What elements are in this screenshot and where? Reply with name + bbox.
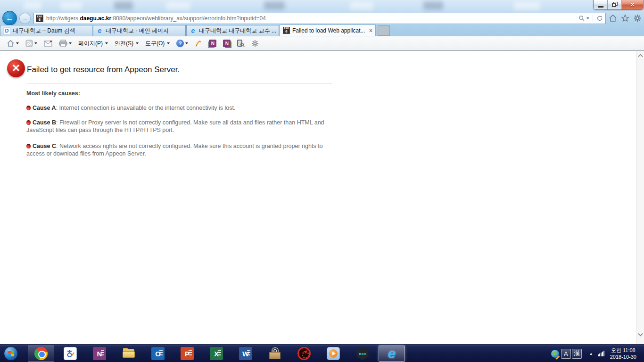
divider — [27, 83, 332, 83]
error-title: Failed to get resource from Appeon Serve… — [27, 65, 180, 74]
taskbar-item-onenote[interactable]: N — [86, 346, 113, 362]
search-button[interactable] — [577, 15, 591, 22]
tab-title: 대구대학교 - 메인 페이지 — [106, 27, 182, 35]
desktop-bleed-blob — [264, 1, 285, 10]
start-button[interactable] — [4, 346, 18, 361]
network-signal-icon[interactable] — [598, 351, 604, 356]
address-bar-controls — [577, 15, 604, 22]
causes-section: Most likely causes: Cause A: Internet co… — [26, 90, 333, 165]
search-icon — [578, 15, 585, 22]
feeds-menu-button[interactable] — [23, 38, 40, 49]
refresh-button[interactable] — [595, 15, 604, 22]
powerpoint-icon: P — [181, 347, 194, 360]
taskbar-item-internet-explorer[interactable]: e — [379, 346, 405, 362]
send-to-onenote-button[interactable]: N — [206, 38, 219, 49]
ime-latin-toggle[interactable]: A — [561, 349, 571, 359]
tab-professor-page[interactable]: e 대구대학교 대구대학교 교수 ... — [186, 25, 279, 36]
ie-favicon-icon: e — [96, 27, 103, 34]
pen-icon — [195, 40, 202, 47]
taskbar-item-media-player[interactable] — [320, 346, 347, 362]
command-bar: 페이지(P) 안전(S) 도구(O) ? N N — [0, 36, 644, 51]
minimize-button[interactable] — [594, 0, 608, 9]
forward-button[interactable]: → — [19, 13, 31, 24]
tab-close-icon[interactable]: × — [369, 27, 372, 34]
desktop-bleed-blob — [423, 1, 443, 10]
eap6-favicon-icon: EAP 6 — [36, 15, 43, 22]
restore-button[interactable] — [608, 0, 622, 9]
addon-settings-button[interactable] — [248, 38, 262, 49]
taskbar-item-driver-booster[interactable] — [291, 346, 317, 362]
window-controls: ✕ — [593, 0, 644, 10]
chevron-down-icon — [34, 42, 37, 44]
taskbar-item-outlook[interactable]: O — [145, 346, 171, 362]
address-bar[interactable]: EAP 6 http://wtigers.daegu.ac.kr:8080/ap… — [33, 13, 606, 24]
tab-daum-search[interactable]: D 대구대학교 – Daum 검색 — [0, 25, 92, 36]
tools-button[interactable] — [633, 14, 642, 22]
taskbar-clock[interactable]: 오전 11:08 2018-10-30 — [610, 347, 636, 360]
onenote-send-icon: N — [209, 40, 216, 47]
cause-b: Cause B: Firewall or Proxy server is not… — [26, 119, 333, 134]
outlook-icon: O — [151, 347, 165, 360]
scroll-down-icon[interactable] — [637, 331, 644, 337]
taskbar-item-game-box[interactable] — [262, 346, 288, 362]
read-mail-button[interactable] — [41, 39, 55, 48]
browser-quick-icons — [609, 14, 642, 22]
tab-failed-to-load-active[interactable]: EAP 6 Failed to load Web applicat... × — [280, 25, 376, 36]
scroll-up-icon[interactable] — [637, 53, 644, 59]
taskbar-item-file-explorer[interactable] — [116, 346, 142, 362]
rss-feed-icon — [25, 40, 33, 47]
onenote-icon: N — [93, 347, 106, 360]
home-menu-button[interactable] — [4, 38, 22, 49]
chrome-icon — [34, 347, 48, 360]
research-button[interactable] — [234, 38, 248, 49]
language-bar-icon[interactable] — [551, 350, 559, 358]
desktop-bleed-blob — [60, 1, 82, 10]
back-button[interactable]: ← — [2, 11, 17, 25]
safety-menu-button[interactable]: 안전(S) — [112, 38, 141, 49]
taskbar-item-nox[interactable]: nox — [349, 346, 376, 362]
tray-date: 2018-10-30 — [610, 354, 636, 360]
page-content: ✕ Failed to get resource from Appeon Ser… — [0, 51, 644, 344]
taskbar-item-powerpoint[interactable]: P — [174, 346, 200, 362]
blog-post-button[interactable] — [192, 38, 205, 49]
new-tab-button[interactable] — [378, 25, 390, 36]
ime-hanja-toggle[interactable]: 漢 — [572, 349, 582, 359]
word-icon: W — [239, 347, 252, 360]
desktop-bleed-blob — [24, 1, 41, 10]
close-button[interactable]: ✕ — [622, 0, 643, 9]
home-button[interactable] — [609, 14, 617, 22]
taskbar-item-word[interactable]: W — [232, 346, 259, 362]
gear-icon — [251, 40, 259, 47]
red-bullet-icon — [26, 106, 31, 110]
search-dropdown-icon[interactable] — [586, 17, 589, 19]
chevron-down-icon — [136, 42, 139, 44]
vertical-scrollbar[interactable] — [636, 51, 644, 344]
taskbar-item-hancom-hwp[interactable] — [57, 346, 83, 362]
print-menu-button[interactable] — [56, 38, 74, 49]
excel-icon: X — [210, 347, 223, 360]
desktop-bleed-blob — [114, 1, 133, 10]
desktop-bleed-blob — [514, 1, 540, 10]
cause-c: Cause C: Network access rights are not c… — [26, 142, 333, 157]
taskbar-item-excel[interactable]: X — [203, 346, 230, 362]
onenote-linked-notes-button[interactable]: N — [220, 38, 233, 49]
tools-menu-button[interactable]: 도구(O) — [142, 38, 173, 49]
cause-a: Cause A: Internet connection is unavaila… — [26, 104, 333, 112]
hwp-icon — [64, 347, 77, 360]
back-arrow-icon: ← — [6, 14, 14, 23]
system-tray: A 漢 ▲ 오전 11:08 2018-10-30 — [551, 345, 644, 362]
restore-icon — [612, 3, 616, 7]
browser-titlebar-glass: ✕ ← → EAP 6 http://wtigers.daegu.ac.kr:8… — [0, 0, 644, 36]
tray-expand-icon[interactable]: ▲ — [589, 352, 593, 356]
favorites-button[interactable] — [621, 14, 629, 22]
taskbar-item-chrome[interactable] — [28, 346, 54, 362]
tab-main-page[interactable]: e 대구대학교 - 메인 페이지 — [93, 25, 186, 36]
page-menu-button[interactable]: 페이지(P) — [75, 38, 111, 49]
chevron-down-icon — [69, 42, 72, 44]
onenote-link-icon: N — [223, 40, 231, 47]
url-text[interactable]: http://wtigers.daegu.ac.kr:8080/appeon/w… — [46, 15, 577, 22]
windows-logo-icon — [8, 351, 14, 357]
refresh-icon — [596, 15, 603, 22]
home-icon — [609, 14, 617, 22]
help-menu-button[interactable]: ? — [173, 38, 191, 49]
